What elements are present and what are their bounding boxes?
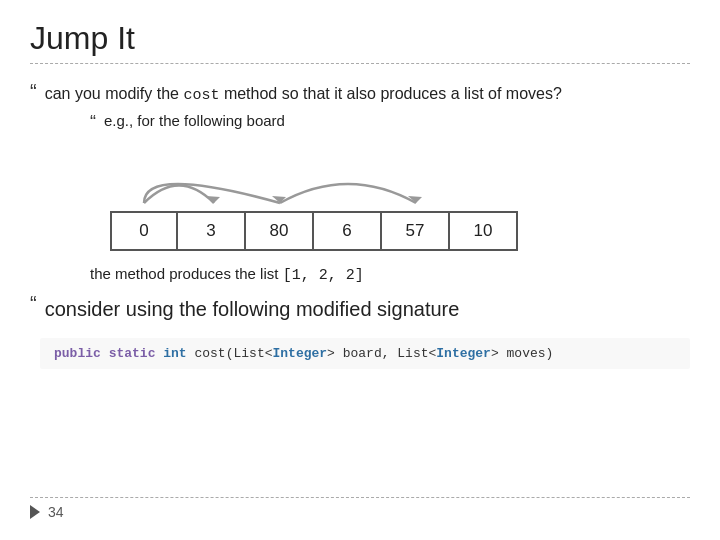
code-int: int	[163, 346, 186, 361]
bullet-text-2: consider using the following modified si…	[45, 294, 460, 324]
bullet-text-1: can you modify the cost method so that i…	[45, 82, 562, 108]
bullet-main-2: “ consider using the following modified …	[30, 294, 690, 324]
code-method: cost(List<	[194, 346, 272, 361]
array-cell-0: 0	[110, 211, 178, 251]
array-container: 0 3 80 6 57 10	[110, 163, 690, 251]
code-block: public static int cost(List<Integer> boa…	[40, 338, 690, 369]
sub-bullet-symbol-1: “	[90, 112, 96, 133]
code-integer-1: Integer	[272, 346, 327, 361]
array-cell-2: 80	[246, 211, 314, 251]
footer: 34	[30, 497, 690, 520]
array-cell-1: 3	[178, 211, 246, 251]
code-gt-1: > board, List<	[327, 346, 436, 361]
sub-bullet-text-1: e.g., for the following board	[104, 112, 285, 129]
cost-code-1: cost	[183, 87, 219, 104]
content-area: “ can you modify the cost method so that…	[30, 72, 690, 497]
bullet-symbol-2: “	[30, 292, 37, 315]
code-integer-2: Integer	[436, 346, 491, 361]
arcs-svg	[110, 163, 530, 211]
svg-marker-0	[206, 196, 220, 203]
array-cell-4: 57	[382, 211, 450, 251]
page: Jump It “ can you modify the cost method…	[0, 0, 720, 540]
array-cells: 0 3 80 6 57 10	[110, 211, 690, 251]
produces-text: the method produces the list	[90, 265, 283, 282]
array-cell-5: 10	[450, 211, 518, 251]
sub-bullet-1: “ e.g., for the following board	[90, 112, 690, 133]
page-number: 34	[48, 504, 64, 520]
array-cell-3: 6	[314, 211, 382, 251]
bullet-text-1a: can you modify the	[45, 85, 184, 102]
produces-line: the method produces the list [1, 2, 2]	[90, 265, 690, 284]
bullet-text-1b: method so that it also produces a list o…	[219, 85, 561, 102]
bullet-main-1: “ can you modify the cost method so that…	[30, 82, 690, 108]
bullet-symbol-1: “	[30, 80, 37, 103]
produces-code: [1, 2, 2]	[283, 267, 364, 284]
code-static: static	[109, 346, 156, 361]
footer-arrow-icon	[30, 505, 40, 519]
code-public: public	[54, 346, 101, 361]
page-title: Jump It	[30, 20, 690, 64]
code-gt-2: > moves)	[491, 346, 553, 361]
